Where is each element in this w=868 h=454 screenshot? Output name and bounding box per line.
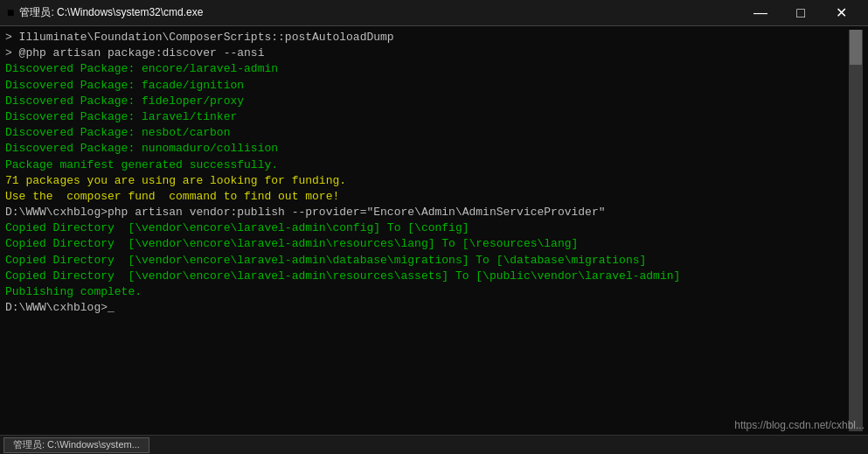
terminal-line: D:\WWW\cxhblog>_ <box>5 300 849 316</box>
maximize-button[interactable]: □ <box>781 0 821 26</box>
terminal-line: Copied Directory [\vendor\encore\laravel… <box>5 220 849 236</box>
taskbar: 管理员: C:\Windows\system... <box>0 435 868 454</box>
terminal-line: Use the composer fund command to find ou… <box>5 189 849 205</box>
terminal-line: Discovered Package: laravel/tinker <box>5 109 849 125</box>
terminal-line: Package manifest generated successfully. <box>5 157 849 173</box>
terminal-line: Copied Directory [\vendor\encore\laravel… <box>5 269 849 284</box>
terminal-line: > @php artisan package:discover --ansi <box>5 45 849 61</box>
terminal-line: Discovered Package: nunomaduro/collision <box>5 141 849 157</box>
close-button[interactable]: ✕ <box>821 0 861 26</box>
terminal-line: Copied Directory [\vendor\encore\laravel… <box>5 253 849 269</box>
scrollbar[interactable] <box>849 30 863 431</box>
terminal-content: > Illuminate\Foundation\ComposerScripts:… <box>5 30 849 431</box>
scrollbar-thumb[interactable] <box>850 30 862 65</box>
terminal-line: Publishing complete. <box>5 284 849 300</box>
scrollbar-track[interactable] <box>849 30 863 431</box>
window-controls: — □ ✕ <box>740 0 861 26</box>
terminal-line: 71 packages you are using are looking fo… <box>5 173 849 189</box>
terminal-line: Copied Directory [\vendor\encore\laravel… <box>5 236 849 252</box>
terminal-line: Discovered Package: facade/ignition <box>5 78 849 94</box>
title-bar: ■ 管理员: C:\Windows\system32\cmd.exe — □ ✕ <box>0 0 868 26</box>
watermark: https://blog.csdn.net/cxhbl... <box>734 419 865 431</box>
cmd-icon: ■ <box>7 6 14 20</box>
terminal-line: D:\WWW\cxhblog>php artisan vendor:publis… <box>5 205 849 220</box>
window-title: 管理员: C:\Windows\system32\cmd.exe <box>19 5 740 20</box>
terminal-body: > Illuminate\Foundation\ComposerScripts:… <box>0 26 868 435</box>
terminal-line: Discovered Package: fideloper/proxy <box>5 94 849 109</box>
taskbar-item[interactable]: 管理员: C:\Windows\system... <box>3 437 149 453</box>
terminal-line: Discovered Package: encore/laravel-admin <box>5 61 849 77</box>
minimize-button[interactable]: — <box>740 0 781 26</box>
terminal-line: Discovered Package: nesbot/carbon <box>5 125 849 141</box>
terminal-line: > Illuminate\Foundation\ComposerScripts:… <box>5 30 849 45</box>
